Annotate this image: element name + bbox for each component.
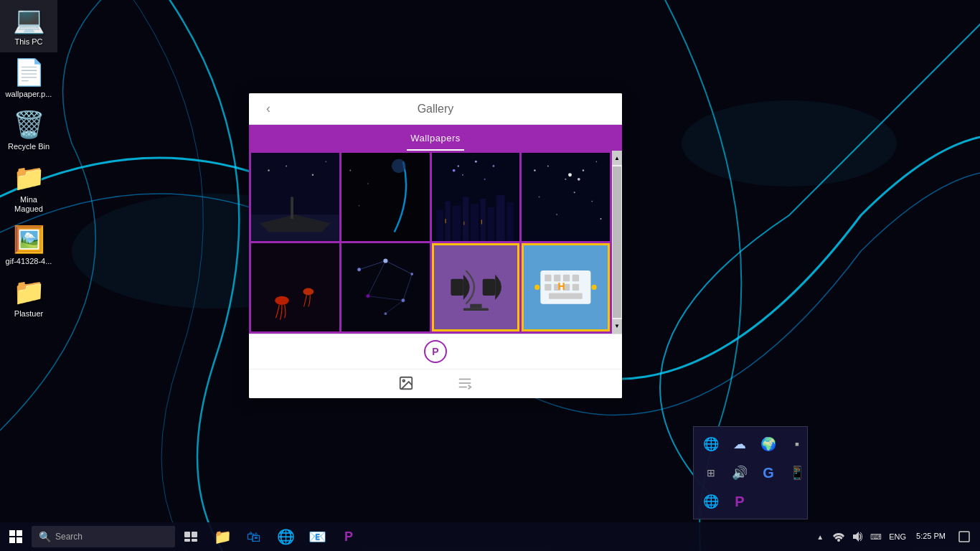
svg-point-59 xyxy=(410,273,413,276)
svg-rect-19 xyxy=(462,197,468,240)
svg-rect-50 xyxy=(341,243,430,331)
recycle-bin-icon: 🗑️ xyxy=(14,110,43,139)
gallery-titlebar: ‹ Gallery xyxy=(249,93,622,125)
svg-point-14 xyxy=(358,205,359,207)
desktop-icon-mina-magued[interactable]: 📁 MinaMagued xyxy=(0,158,57,220)
gallery-images-nav[interactable] xyxy=(398,375,414,391)
svg-rect-18 xyxy=(452,206,461,241)
wallpaper-thumb-4[interactable] xyxy=(522,153,610,241)
svg-point-61 xyxy=(401,298,405,302)
start-button[interactable] xyxy=(0,522,32,551)
gallery-bottom: P xyxy=(249,334,622,398)
svg-point-83 xyxy=(402,380,405,382)
svg-rect-77 xyxy=(573,283,579,290)
svg-rect-73 xyxy=(573,275,579,281)
svg-point-49 xyxy=(303,288,314,295)
svg-point-37 xyxy=(565,179,567,180)
svg-point-44 xyxy=(600,218,602,220)
search-placeholder: Search xyxy=(55,532,83,542)
svg-point-30 xyxy=(492,165,494,167)
svg-point-12 xyxy=(349,170,351,171)
svg-point-38 xyxy=(583,169,584,171)
desktop-icons: 💻 This PC 📄 wallpaper.p... 🗑️ Recycle Bi… xyxy=(0,0,57,324)
svg-point-41 xyxy=(574,192,575,193)
scrollbar-thumb[interactable] xyxy=(613,166,621,318)
svg-marker-96 xyxy=(853,532,859,542)
wallpaper-thumb-5[interactable] xyxy=(251,243,339,331)
wallpaper-file-icon: 📄 xyxy=(14,58,43,87)
svg-rect-34 xyxy=(522,153,610,241)
taskbar-file-explorer[interactable]: 📁 xyxy=(207,522,238,551)
svg-rect-70 xyxy=(545,275,551,281)
svg-point-95 xyxy=(837,539,840,542)
gallery-back-button[interactable]: ‹ xyxy=(258,98,279,120)
taskbar-mail[interactable]: 📧 xyxy=(301,522,333,551)
desktop-icon-recycle-bin[interactable]: 🗑️ Recycle Bin xyxy=(0,105,57,157)
wallpaper-thumb-1[interactable] xyxy=(251,153,339,241)
svg-rect-97 xyxy=(959,532,969,542)
scrollbar-down-button[interactable]: ▼ xyxy=(612,319,622,334)
svg-point-26 xyxy=(457,165,458,166)
systray-popup-icon-7[interactable]: G xyxy=(755,460,781,486)
svg-rect-33 xyxy=(481,220,481,224)
systray-popup-icon-3[interactable]: 🌍 xyxy=(755,431,781,457)
svg-rect-16 xyxy=(436,210,443,241)
taskbar-store[interactable]: 🛍 xyxy=(238,522,270,551)
wallpapers-tab[interactable]: Wallpapers xyxy=(410,133,461,143)
svg-point-48 xyxy=(275,296,289,304)
scrollbar-up-button[interactable]: ▲ xyxy=(612,151,622,165)
mina-magued-label: MinaMagued xyxy=(14,195,43,214)
svg-point-9 xyxy=(325,161,326,162)
gallery-user-avatar[interactable]: P xyxy=(424,340,447,363)
svg-rect-5 xyxy=(291,197,293,219)
systray-popup-icon-4[interactable]: ▪ xyxy=(784,431,810,457)
wallpaper-thumb-7[interactable] xyxy=(432,243,520,331)
wallpaper-thumb-2[interactable] xyxy=(341,153,430,241)
systray-expand-button[interactable]: ▲ xyxy=(811,522,829,551)
taskbar-clock[interactable]: 5:25 PM xyxy=(910,531,951,542)
language-indicator[interactable]: ENG xyxy=(886,522,909,551)
desktop-icon-this-pc[interactable]: 💻 This PC xyxy=(0,0,57,52)
systray-popup-icon-10[interactable]: P xyxy=(727,489,753,514)
keyboard-icon[interactable]: ⌨ xyxy=(867,522,885,551)
taskbar-systray: ▲ ⌨ ENG xyxy=(811,522,980,551)
systray-popup-icon-2[interactable]: ☁ xyxy=(727,431,753,457)
systray-popup-icon-5[interactable]: ⊞ xyxy=(698,460,724,486)
systray-popup-icon-8[interactable]: 📱 xyxy=(784,460,810,486)
svg-rect-78 xyxy=(549,293,583,298)
taskbar-app-p[interactable]: P xyxy=(333,522,364,551)
svg-rect-93 xyxy=(184,539,190,542)
gallery-playlist-nav[interactable] xyxy=(457,375,473,391)
taskbar: 🔍 Search 📁 🛍 🌐 📧 P ▲ xyxy=(0,522,980,551)
volume-icon[interactable] xyxy=(849,522,866,551)
wallpaper-thumb-8[interactable]: H xyxy=(522,243,610,331)
systray-popup-icon-9[interactable]: 🌐 xyxy=(698,489,724,514)
gallery-tab-bar: Wallpapers xyxy=(249,125,622,151)
task-view-button[interactable] xyxy=(175,522,207,551)
wallpaper-thumb-6[interactable] xyxy=(341,243,430,331)
desktop-icon-wallpaper[interactable]: 📄 wallpaper.p... xyxy=(0,52,57,105)
desktop-icon-plastuer[interactable]: 📁 Plastuer xyxy=(0,272,57,324)
wallpaper-grid: H xyxy=(249,151,612,334)
taskbar-chrome[interactable]: 🌐 xyxy=(270,522,301,551)
notification-center-button[interactable] xyxy=(953,522,976,551)
svg-rect-65 xyxy=(482,278,495,295)
systray-popup-icon-1[interactable]: 🌐 xyxy=(698,431,724,457)
svg-point-42 xyxy=(592,201,593,202)
svg-rect-66 xyxy=(470,303,481,308)
network-icon[interactable] xyxy=(830,522,847,551)
wallpaper-thumb-3[interactable] xyxy=(432,153,520,241)
desktop-icon-gif[interactable]: 🖼️ gif-41328-4... xyxy=(0,220,57,272)
svg-point-11 xyxy=(392,159,406,174)
svg-point-60 xyxy=(366,294,369,298)
systray-popup-icon-6[interactable]: 🔊 xyxy=(727,460,753,486)
taskbar-search[interactable]: 🔍 Search xyxy=(32,526,175,547)
gallery-content: Wallpapers xyxy=(249,125,622,334)
grid-scrollbar[interactable]: ▲ ▼ xyxy=(612,151,622,334)
svg-rect-32 xyxy=(463,222,464,225)
clock-time: 5:25 PM xyxy=(916,531,946,542)
svg-rect-67 xyxy=(463,308,488,311)
svg-rect-31 xyxy=(445,219,446,223)
svg-point-40 xyxy=(539,196,540,197)
this-pc-label: This PC xyxy=(14,37,42,47)
